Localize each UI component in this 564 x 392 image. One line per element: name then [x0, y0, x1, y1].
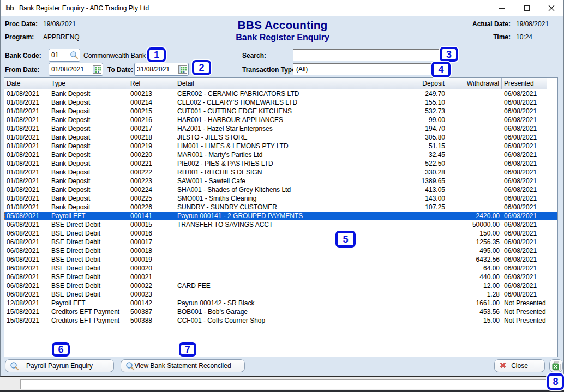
transaction-type-select[interactable]: (All) [293, 63, 442, 75]
cell-withdrawal: 12.00 [447, 281, 502, 290]
cell-detail: SAW001 - Sawtell Cafe [175, 177, 395, 185]
table-row[interactable]: 06/08/2021 BSE Direct Debit 000018 495.0… [4, 246, 557, 255]
cell-withdrawal: 1.28 [447, 290, 502, 299]
cell-type: Bank Deposit [49, 194, 128, 203]
close-button[interactable]: Close [494, 359, 545, 372]
cell-ref: 000222 [128, 168, 175, 177]
payroll-payrun-enquiry-label: Payroll Payrun Enquiry [26, 362, 93, 370]
cell-withdrawal: 50000.00 [447, 220, 502, 229]
column-header-presented[interactable]: Presented [502, 78, 547, 89]
cell-date: 01/08/2021 [4, 159, 49, 168]
cell-type: Payroll EFT [49, 299, 128, 307]
cell-detail [175, 273, 395, 281]
maximize-button[interactable] [514, 0, 539, 16]
search-label: Search: [242, 52, 266, 59]
search-input[interactable] [293, 50, 442, 61]
cell-date: 01/08/2021 [4, 98, 49, 107]
column-header-detail[interactable]: Detail [175, 78, 395, 89]
table-row[interactable]: 06/08/2021 BSE Direct Debit 000015 TRANS… [4, 220, 557, 229]
column-header-date[interactable]: Date [4, 78, 49, 89]
table-row[interactable]: 01/08/2021 Bank Deposit 000219 LIM001 - … [4, 142, 557, 150]
cell-detail [175, 255, 395, 264]
table-row[interactable]: 01/08/2021 Bank Deposit 000217 HAZ001 - … [4, 124, 557, 133]
search-field[interactable] [293, 49, 442, 61]
cell-filler [547, 116, 557, 124]
to-date-input[interactable] [135, 65, 177, 73]
table-row[interactable]: 06/08/2021 BSE Direct Debit 000017 1256.… [4, 238, 557, 246]
red-x-icon [499, 361, 507, 369]
table-row[interactable]: 01/08/2021 Bank Deposit 000223 SAW001 - … [4, 177, 557, 185]
table-row[interactable]: 12/08/2021 Payroll EFT 000142 Payrun 000… [4, 299, 557, 307]
cell-presented: 06/08/2021 [502, 290, 547, 299]
minimize-button[interactable] [490, 0, 514, 16]
table-row[interactable]: 15/08/2021 Creditors EFT Payment 500388 … [4, 316, 557, 325]
cell-type: BSE Direct Debit [49, 255, 128, 264]
view-bank-statement-reconciled-button[interactable]: View Bank Statement Reconciled [121, 359, 245, 372]
table-row[interactable]: 01/08/2021 Bank Deposit 000222 RIT001 - … [4, 168, 557, 177]
bank-code-input[interactable] [49, 51, 69, 59]
cell-type: Bank Deposit [49, 150, 128, 159]
cell-ref: 000225 [128, 194, 175, 203]
table-header-row: Date Type Ref Detail Deposit Withdrawal … [4, 78, 557, 89]
cell-deposit: 107.25 [395, 203, 447, 212]
time-label: Time: [467, 33, 511, 41]
column-header-ref[interactable]: Ref [128, 78, 175, 89]
from-date-input[interactable] [49, 65, 92, 73]
table-row[interactable]: 01/08/2021 Bank Deposit 000225 SMO001 - … [4, 194, 557, 203]
table-row[interactable]: 01/08/2021 Bank Deposit 000216 HAR001 - … [4, 116, 557, 124]
app-window: bb Bank Register Enquiry - ABC Trading P… [0, 0, 564, 377]
cell-filler [547, 194, 557, 203]
table-row[interactable]: 06/08/2021 BSE Direct Debit 000021 440.0… [4, 273, 557, 281]
background-window-field [20, 379, 550, 389]
cell-ref: 000016 [128, 229, 175, 238]
cell-withdrawal: 440.00 [447, 273, 502, 281]
table-row[interactable]: 06/08/2021 BSE Direct Debit 000019 6432.… [4, 255, 557, 264]
column-header-filler [547, 78, 557, 89]
column-header-withdrawal[interactable]: Withdrawal [447, 78, 502, 89]
cell-type: Bank Deposit [49, 89, 128, 98]
from-date-field[interactable] [49, 63, 103, 76]
cell-withdrawal [447, 168, 502, 177]
cell-ref: 000220 [128, 150, 175, 159]
column-header-type[interactable]: Type [49, 78, 128, 89]
table-row[interactable]: 01/08/2021 Bank Deposit 000214 CLE002 - … [4, 98, 557, 107]
callout-3: 3 [440, 47, 458, 62]
table-row[interactable]: 01/08/2021 Bank Deposit 000218 JILSTO - … [4, 133, 557, 142]
table-row[interactable]: 06/08/2021 BSE Direct Debit 000016 150.0… [4, 229, 557, 238]
cell-presented: 06/08/2021 [502, 168, 547, 177]
cell-filler [547, 229, 557, 238]
export-excel-button[interactable] [549, 359, 563, 372]
bank-code-field[interactable] [49, 49, 80, 62]
cell-filler [547, 150, 557, 159]
table-row[interactable]: 01/08/2021 Bank Deposit 000213 CER002 - … [4, 89, 557, 98]
table-row[interactable]: 01/08/2021 Bank Deposit 000220 MAR001 - … [4, 150, 557, 159]
table-row[interactable]: 06/08/2021 BSE Direct Debit 000023 1.28 … [4, 290, 557, 299]
cell-date: 15/08/2021 [4, 316, 49, 325]
cell-presented: 06/08/2021 [502, 194, 547, 203]
to-date-calendar-button[interactable] [177, 65, 188, 74]
to-date-label: To Date: [107, 66, 133, 74]
table-row[interactable]: 01/08/2021 Bank Deposit 000226 SUNDRY - … [4, 203, 557, 212]
table-row[interactable]: 01/08/2021 Bank Deposit 000221 PIE002 - … [4, 159, 557, 168]
to-date-field[interactable] [134, 63, 189, 76]
payroll-payrun-enquiry-button[interactable]: Payroll Payrun Enquiry [5, 359, 114, 372]
table-row[interactable]: 06/08/2021 BSE Direct Debit 000020 64.00… [4, 264, 557, 273]
close-icon [548, 5, 555, 11]
cell-presented: 06/08/2021 [502, 212, 547, 220]
cell-filler [547, 246, 557, 255]
table-row[interactable]: 06/08/2021 BSE Direct Debit 000022 CARD … [4, 281, 557, 290]
bank-code-lookup-button[interactable] [69, 51, 80, 59]
table-row[interactable]: 01/08/2021 Bank Deposit 000224 SHA001 - … [4, 185, 557, 194]
cell-ref: 000215 [128, 107, 175, 116]
from-date-calendar-button[interactable] [92, 65, 103, 74]
table-row[interactable]: 15/08/2021 Creditors EFT Payment 500387 … [4, 307, 557, 316]
table-row[interactable]: 01/08/2021 Bank Deposit 000215 CUT001 - … [4, 107, 557, 116]
close-window-button[interactable] [539, 0, 563, 16]
column-header-deposit[interactable]: Deposit [395, 78, 447, 89]
callout-4: 4 [431, 62, 451, 77]
cell-date: 01/08/2021 [4, 168, 49, 177]
cell-ref: 000015 [128, 220, 175, 229]
cell-filler [547, 203, 557, 212]
table-row[interactable]: 05/08/2021 Payroll EFT 000141 Payrun 000… [4, 212, 557, 220]
time-value: 10:24 [516, 33, 532, 41]
